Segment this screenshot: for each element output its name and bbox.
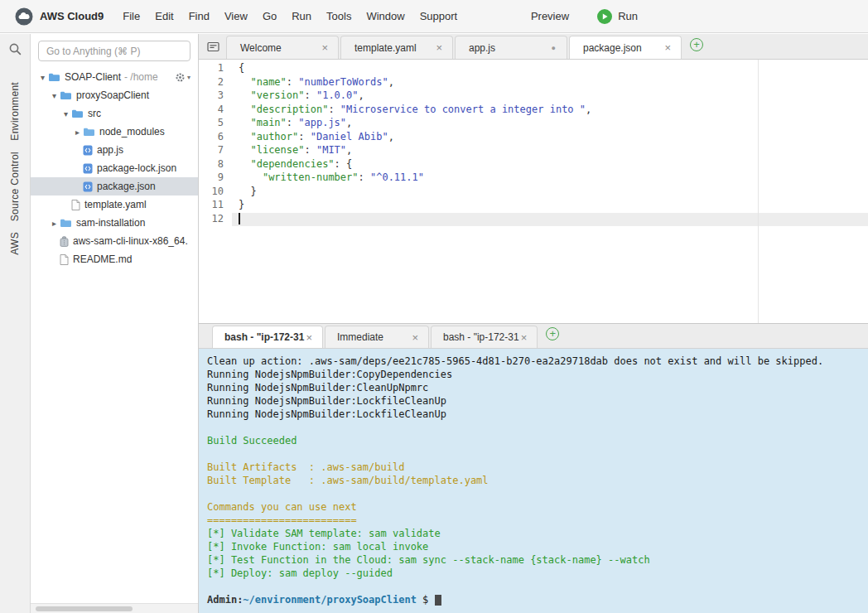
close-icon[interactable]: × [434, 41, 444, 54]
editor-tabbar: Welcome×template.yaml×app.js●package.jso… [199, 34, 868, 60]
code-icon [83, 145, 93, 156]
editor-gutter: 123456789101112 [199, 60, 232, 323]
archive-icon [60, 236, 69, 247]
new-terminal-tab-plus-icon[interactable]: + [546, 327, 559, 340]
tree-item-label: template.yaml [84, 199, 147, 210]
code-line: "version": "1.0.0", [239, 89, 868, 104]
tree-item-node-modules[interactable]: ▸node_modules [31, 123, 198, 141]
code-line: } [239, 199, 868, 213]
new-editor-tab-plus-icon[interactable]: + [690, 38, 703, 51]
tree-item-label: package.json [97, 181, 156, 192]
file-tree-panel: ▾SOAP-Client- /home▾▾proxySoapClient▾src… [31, 34, 199, 613]
tree-item-label: proxySoapClient [76, 89, 149, 101]
tree-item-readme-md[interactable]: README.md [31, 250, 198, 268]
editor-tab-package-json[interactable]: package.json× [569, 36, 682, 59]
run-button[interactable]: Run [597, 9, 638, 24]
terminal-line: Commands you can use next [207, 500, 860, 514]
code-icon [83, 163, 93, 174]
editor-tab-template-yaml[interactable]: template.yaml× [340, 36, 453, 59]
terminal-line: [*] Invoke Function: sam local invoke [207, 540, 860, 553]
settings-gear-icon[interactable]: ▾ [175, 72, 190, 83]
scrollbar-thumb[interactable] [36, 606, 133, 611]
tab-label: package.json [583, 42, 642, 54]
line-number: 4 [199, 104, 232, 118]
doc-icon [60, 254, 69, 265]
tree-item-aws-sam-cli-linux-x86-64[interactable]: aws-sam-cli-linux-x86_64. [31, 232, 198, 250]
code-editor[interactable]: 123456789101112 { "name": "numberToWords… [199, 60, 868, 323]
terminal-tab-immediate-1[interactable]: Immediate× [325, 326, 429, 348]
terminal-lines: Clean up action: .aws-sam/deps/ee21c785-… [207, 355, 860, 593]
menu-file[interactable]: File [115, 6, 147, 27]
menu-view[interactable]: View [217, 6, 255, 27]
editor-code[interactable]: { "name": "numberToWords", "version": "1… [232, 60, 868, 323]
activity-tab-environment[interactable]: Environment [9, 82, 21, 141]
chevron-right-icon[interactable]: ▸ [49, 219, 60, 228]
activity-labels: EnvironmentSource ControlAWS [9, 71, 21, 266]
terminal-line: Built Artifacts : .aws-sam/build [207, 461, 860, 474]
chevron-down-icon[interactable]: ▾ [60, 109, 71, 118]
chevron-down-icon[interactable]: ▾ [37, 73, 48, 82]
menu-window[interactable]: Window [359, 6, 412, 27]
goto-anything-input[interactable] [38, 41, 190, 61]
tree-item-proxysoapclient[interactable]: ▾proxySoapClient [31, 86, 198, 104]
tab-label: Welcome [240, 42, 282, 54]
cloud9-logo-icon [15, 7, 33, 26]
terminal-line: [*] Deploy: sam deploy --guided [207, 567, 860, 580]
code-icon [83, 181, 93, 192]
menu-find[interactable]: Find [181, 6, 217, 27]
run-play-icon [597, 9, 612, 24]
close-icon[interactable]: × [320, 41, 330, 54]
tree-item-package-lock-json[interactable]: package-lock.json [31, 159, 198, 177]
terminal-line [207, 580, 860, 593]
menu-go[interactable]: Go [255, 6, 284, 27]
close-icon[interactable]: × [663, 41, 673, 54]
print-margin-line [758, 60, 759, 323]
tree-item-src[interactable]: ▾src [31, 104, 198, 123]
close-icon[interactable]: × [304, 331, 314, 344]
terminal-tab-bash-ip-172-31-2[interactable]: bash - "ip-172-31× [431, 326, 538, 348]
tree-item-label: package-lock.json [97, 162, 176, 174]
code-line: } [239, 186, 868, 200]
tree-item-label: src [88, 108, 101, 119]
editor-tab-app-js[interactable]: app.js● [455, 36, 567, 59]
menu-support[interactable]: Support [412, 6, 465, 27]
line-number: 3 [199, 89, 232, 104]
menu-edit[interactable]: Edit [147, 6, 181, 27]
activity-tab-source-control[interactable]: Source Control [9, 152, 21, 221]
tree-item-template-yaml[interactable]: template.yaml [31, 195, 198, 214]
chevron-down-icon[interactable]: ▾ [49, 91, 60, 100]
folder-open-icon [48, 72, 60, 82]
editor-tab-welcome[interactable]: Welcome× [226, 36, 339, 59]
editor-area: Welcome×template.yaml×app.js●package.jso… [199, 34, 868, 613]
terminal-line: Clean up action: .aws-sam/deps/ee21c785-… [207, 355, 860, 368]
terminal-output[interactable]: Clean up action: .aws-sam/deps/ee21c785-… [199, 349, 868, 613]
menu-run[interactable]: Run [284, 6, 319, 27]
terminal-tabbar: bash - "ip-172-31×Immediate×bash - "ip-1… [199, 324, 868, 349]
tree-item-soap-client[interactable]: ▾SOAP-Client- /home▾ [31, 68, 198, 86]
preview-button[interactable]: Preview [531, 10, 569, 22]
search-icon[interactable] [8, 42, 22, 60]
tree-horizontal-scrollbar[interactable] [31, 603, 198, 613]
terminal-panel: bash - "ip-172-31×Immediate×bash - "ip-1… [199, 323, 868, 613]
tree-item-sam-installation[interactable]: ▸sam-installation [31, 214, 198, 232]
line-number: 7 [199, 144, 232, 158]
close-icon[interactable]: × [519, 331, 529, 344]
tree-item-label: aws-sam-cli-linux-x86_64. [73, 235, 188, 247]
tree-item-label: SOAP-Client [65, 71, 121, 83]
prompt-dollar: $ [417, 594, 435, 606]
folder-open-icon [71, 109, 84, 118]
close-icon[interactable]: × [410, 331, 420, 344]
activity-tab-aws[interactable]: AWS [9, 232, 21, 255]
tree-item-app-js[interactable]: app.js [31, 141, 198, 159]
tree-item-label: app.js [97, 144, 123, 156]
tree-item-sublabel: - /home [124, 71, 158, 83]
line-number: 5 [199, 117, 232, 131]
chevron-right-icon[interactable]: ▸ [72, 128, 83, 137]
tab-list-icon[interactable] [207, 41, 219, 52]
tree-item-package-json[interactable]: package.json [31, 177, 198, 195]
tab-label: bash - "ip-172-31 [224, 331, 304, 343]
terminal-tabs: bash - "ip-172-31×Immediate×bash - "ip-1… [212, 326, 539, 348]
menu-tools[interactable]: Tools [319, 6, 359, 27]
terminal-tab-bash-ip-172-31-0[interactable]: bash - "ip-172-31× [212, 326, 323, 348]
activity-bar: EnvironmentSource ControlAWS [0, 34, 31, 613]
